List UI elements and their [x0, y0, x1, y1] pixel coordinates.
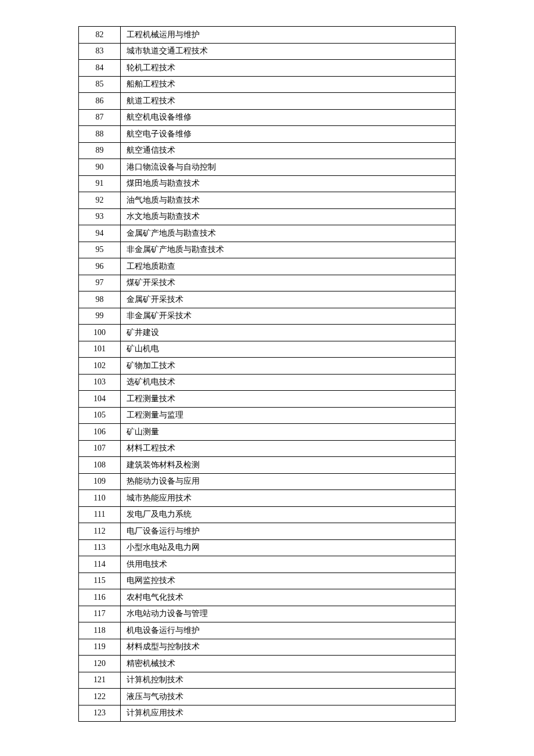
row-name: 工程地质勘查	[121, 258, 456, 275]
row-name: 电网监控技术	[121, 573, 456, 589]
row-number: 98	[79, 291, 121, 308]
row-name: 工程测量技术	[121, 391, 456, 408]
row-number: 122	[79, 689, 121, 705]
table-row: 112电厂设备运行与维护	[79, 523, 456, 540]
row-number: 110	[79, 490, 121, 507]
table-row: 117水电站动力设备与管理	[79, 606, 456, 622]
table-row: 121计算机控制技术	[79, 672, 456, 689]
table-row: 82工程机械运用与维护	[79, 27, 456, 44]
row-name: 航空通信技术	[121, 142, 456, 159]
row-name: 计算机应用技术	[121, 705, 456, 722]
row-name: 水文地质与勘查技术	[121, 208, 456, 225]
row-name: 电厂设备运行与维护	[121, 523, 456, 540]
row-number: 91	[79, 175, 121, 192]
row-number: 92	[79, 192, 121, 209]
row-number: 84	[79, 60, 121, 77]
row-number: 99	[79, 308, 121, 325]
row-number: 85	[79, 76, 121, 93]
table-row: 120精密机械技术	[79, 656, 456, 672]
table-row: 97煤矿开采技术	[79, 275, 456, 291]
row-name: 煤田地质与勘查技术	[121, 175, 456, 192]
table-row: 107材料工程技术	[79, 440, 456, 457]
row-number: 105	[79, 407, 121, 424]
row-name: 工程机械运用与维护	[121, 27, 456, 44]
row-number: 118	[79, 622, 121, 639]
row-name: 矿物加工技术	[121, 358, 456, 375]
table-row: 115电网监控技术	[79, 573, 456, 589]
row-number: 102	[79, 358, 121, 375]
row-number: 121	[79, 672, 121, 689]
row-number: 115	[79, 573, 121, 589]
table-row: 108建筑装饰材料及检测	[79, 457, 456, 474]
table-row: 93水文地质与勘查技术	[79, 208, 456, 225]
row-number: 94	[79, 225, 121, 242]
row-name: 建筑装饰材料及检测	[121, 457, 456, 474]
row-name: 港口物流设备与自动控制	[121, 159, 456, 176]
row-number: 107	[79, 440, 121, 457]
row-number: 86	[79, 93, 121, 110]
table-row: 111发电厂及电力系统	[79, 506, 456, 523]
table-row: 85船舶工程技术	[79, 76, 456, 93]
table-row: 119材料成型与控制技术	[79, 639, 456, 656]
row-number: 108	[79, 457, 121, 474]
row-number: 112	[79, 523, 121, 540]
row-name: 航道工程技术	[121, 93, 456, 110]
table-row: 105工程测量与监理	[79, 407, 456, 424]
row-number: 106	[79, 424, 121, 441]
table-row: 118机电设备运行与维护	[79, 622, 456, 639]
row-name: 煤矿开采技术	[121, 275, 456, 291]
row-number: 111	[79, 506, 121, 523]
row-name: 航空机电设备维修	[121, 109, 456, 126]
row-name: 城市轨道交通工程技术	[121, 43, 456, 60]
row-name: 矿井建设	[121, 325, 456, 341]
table-row: 99非金属矿开采技术	[79, 308, 456, 325]
table-row: 114供用电技术	[79, 556, 456, 573]
row-name: 非金属矿开采技术	[121, 308, 456, 325]
table-row: 101矿山机电	[79, 341, 456, 358]
table-row: 94金属矿产地质与勘查技术	[79, 225, 456, 242]
row-name: 轮机工程技术	[121, 60, 456, 77]
row-name: 工程测量与监理	[121, 407, 456, 424]
table-body: 82工程机械运用与维护83城市轨道交通工程技术84轮机工程技术85船舶工程技术8…	[79, 27, 456, 722]
table-row: 122液压与气动技术	[79, 689, 456, 705]
row-number: 109	[79, 473, 121, 490]
row-number: 120	[79, 656, 121, 672]
row-number: 113	[79, 539, 121, 556]
table-row: 123计算机应用技术	[79, 705, 456, 722]
table-row: 109热能动力设备与应用	[79, 473, 456, 490]
row-name: 发电厂及电力系统	[121, 506, 456, 523]
table-row: 86航道工程技术	[79, 93, 456, 110]
table-row: 110城市热能应用技术	[79, 490, 456, 507]
row-name: 计算机控制技术	[121, 672, 456, 689]
table-row: 103选矿机电技术	[79, 374, 456, 391]
table-row: 116农村电气化技术	[79, 589, 456, 606]
row-name: 船舶工程技术	[121, 76, 456, 93]
row-number: 87	[79, 109, 121, 126]
row-number: 100	[79, 325, 121, 341]
table-row: 104工程测量技术	[79, 391, 456, 408]
row-name: 材料成型与控制技术	[121, 639, 456, 656]
table-row: 95非金属矿产地质与勘查技术	[79, 242, 456, 258]
table-row: 106矿山测量	[79, 424, 456, 441]
row-name: 农村电气化技术	[121, 589, 456, 606]
row-name: 液压与气动技术	[121, 689, 456, 705]
row-name: 金属矿产地质与勘查技术	[121, 225, 456, 242]
row-number: 93	[79, 208, 121, 225]
row-name: 非金属矿产地质与勘查技术	[121, 242, 456, 258]
row-number: 101	[79, 341, 121, 358]
table-row: 100矿井建设	[79, 325, 456, 341]
row-number: 96	[79, 258, 121, 275]
row-name: 矿山机电	[121, 341, 456, 358]
row-number: 89	[79, 142, 121, 159]
table-row: 96工程地质勘查	[79, 258, 456, 275]
table-container: 82工程机械运用与维护83城市轨道交通工程技术84轮机工程技术85船舶工程技术8…	[78, 26, 456, 722]
table-row: 98金属矿开采技术	[79, 291, 456, 308]
table-row: 92油气地质与勘查技术	[79, 192, 456, 209]
row-number: 97	[79, 275, 121, 291]
row-name: 热能动力设备与应用	[121, 473, 456, 490]
table-row: 91煤田地质与勘查技术	[79, 175, 456, 192]
row-name: 精密机械技术	[121, 656, 456, 672]
row-name: 选矿机电技术	[121, 374, 456, 391]
row-number: 114	[79, 556, 121, 573]
row-number: 117	[79, 606, 121, 622]
